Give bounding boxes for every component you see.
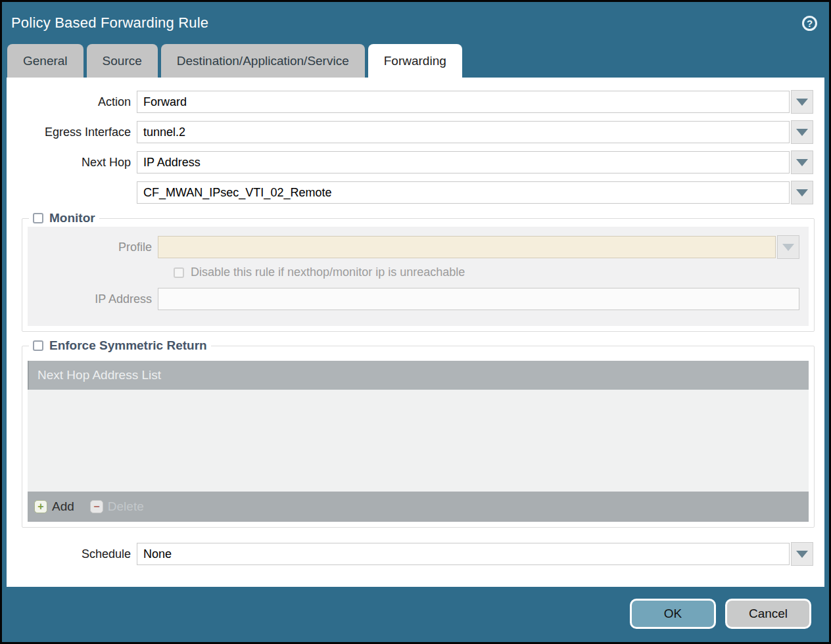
monitor-group: Monitor Profile Disable this rule if nex… — [22, 211, 815, 332]
chevron-down-icon — [796, 189, 808, 196]
minus-icon: − — [90, 500, 103, 513]
chevron-down-icon — [796, 99, 808, 106]
schedule-row: Schedule None — [7, 542, 813, 566]
chevron-down-icon — [796, 129, 808, 136]
disable-rule-row: Disable this rule if nexthop/monitor ip … — [174, 265, 809, 279]
next-hop-type-value: IP Address — [143, 156, 201, 170]
next-hop-address-value: CF_MWAN_IPsec_VTI_02_Remote — [143, 186, 331, 200]
add-button-label: Add — [52, 499, 74, 514]
dialog-title: Policy Based Forwarding Rule — [11, 14, 208, 32]
profile-dropdown-button — [777, 235, 799, 259]
dialog-titlebar: Policy Based Forwarding Rule ? — [2, 2, 829, 44]
schedule-select[interactable]: None — [137, 543, 790, 565]
monitor-ip-address-row: IP Address — [28, 288, 799, 310]
chevron-down-icon — [796, 159, 808, 166]
symmetric-return-group: Enforce Symmetric Return Next Hop Addres… — [22, 338, 815, 528]
monitor-ip-address-label: IP Address — [28, 292, 158, 306]
add-button[interactable]: + Add — [34, 499, 74, 514]
schedule-value: None — [143, 547, 172, 561]
action-label: Action — [7, 95, 137, 109]
egress-interface-value: tunnel.2 — [143, 126, 185, 139]
forwarding-tab-panel: Action Forward Egress Interface tunnel.2… — [7, 78, 824, 587]
action-value: Forward — [143, 95, 187, 109]
tab-source[interactable]: Source — [87, 44, 158, 78]
delete-button-label: Delete — [108, 499, 144, 514]
profile-row: Profile — [28, 235, 799, 259]
tab-bar: General Source Destination/Application/S… — [2, 44, 829, 78]
next-hop-address-list-toolbar: + Add − Delete — [28, 492, 809, 522]
monitor-checkbox[interactable] — [33, 213, 43, 223]
next-hop-row: Next Hop IP Address — [7, 150, 813, 174]
next-hop-address-dropdown-button[interactable] — [791, 181, 813, 204]
profile-select — [158, 236, 776, 258]
egress-interface-dropdown-button[interactable] — [791, 120, 813, 144]
action-select[interactable]: Forward — [137, 91, 790, 113]
delete-button[interactable]: − Delete — [90, 499, 144, 514]
chevron-down-icon — [796, 551, 808, 558]
tab-destination-application-service[interactable]: Destination/Application/Service — [161, 44, 365, 78]
cancel-button[interactable]: Cancel — [725, 599, 811, 629]
plus-icon: + — [34, 500, 47, 513]
pbf-rule-dialog: Policy Based Forwarding Rule ? General S… — [0, 0, 831, 644]
symmetric-return-title: Enforce Symmetric Return — [49, 338, 207, 353]
next-hop-address-list-body — [28, 390, 809, 492]
schedule-label: Schedule — [7, 547, 137, 561]
next-hop-dropdown-button[interactable] — [791, 150, 813, 174]
next-hop-label: Next Hop — [7, 156, 137, 170]
next-hop-type-select[interactable]: IP Address — [137, 151, 790, 173]
next-hop-address-row: CF_MWAN_IPsec_VTI_02_Remote — [7, 181, 813, 204]
ok-button[interactable]: OK — [630, 599, 716, 629]
chevron-down-icon — [782, 244, 794, 251]
monitor-panel: Profile Disable this rule if nexthop/mon… — [28, 227, 809, 326]
monitor-legend: Monitor — [29, 211, 99, 225]
next-hop-address-select[interactable]: CF_MWAN_IPsec_VTI_02_Remote — [137, 181, 790, 204]
symmetric-return-legend: Enforce Symmetric Return — [29, 338, 211, 353]
profile-label: Profile — [28, 241, 158, 254]
egress-interface-label: Egress Interface — [7, 126, 137, 139]
disable-rule-label: Disable this rule if nexthop/monitor ip … — [191, 265, 465, 279]
egress-interface-select[interactable]: tunnel.2 — [137, 121, 790, 143]
disable-rule-checkbox[interactable] — [174, 267, 184, 278]
monitor-title: Monitor — [49, 211, 95, 225]
schedule-dropdown-button[interactable] — [791, 542, 813, 566]
tab-forwarding[interactable]: Forwarding — [368, 44, 462, 78]
action-dropdown-button[interactable] — [791, 90, 813, 114]
egress-interface-row: Egress Interface tunnel.2 — [7, 120, 813, 144]
next-hop-address-list-table: Next Hop Address List + Add − Delete — [28, 361, 809, 522]
enforce-symmetric-return-checkbox[interactable] — [33, 340, 43, 351]
tab-general[interactable]: General — [7, 44, 83, 78]
monitor-ip-address-input — [158, 288, 799, 310]
help-icon[interactable]: ? — [802, 16, 817, 31]
next-hop-address-list-header: Next Hop Address List — [28, 361, 809, 390]
action-row: Action Forward — [7, 90, 813, 114]
